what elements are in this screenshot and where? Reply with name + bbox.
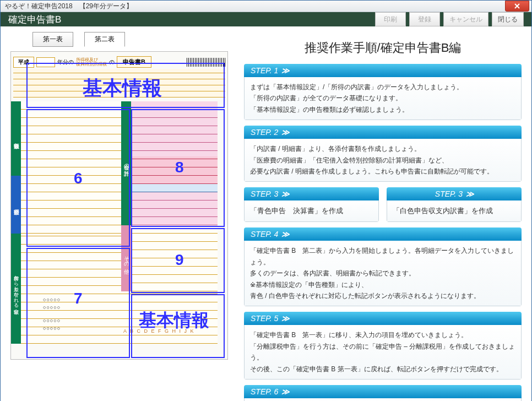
tab-sheet1[interactable]: 第一表	[32, 32, 73, 47]
step-2: STEP. 2 ≫ 「内訳書 / 明細書」より、各添付書類を作成しましょう。 「…	[244, 126, 522, 182]
register-button[interactable]: 登録	[409, 12, 440, 26]
overlay-9[interactable]	[131, 228, 225, 293]
close-icon	[514, 3, 520, 9]
step-3b-label: STEP. 3	[435, 189, 463, 198]
window-title: やるぞ！確定申告2018 【29年分データ】	[5, 2, 133, 11]
close-button[interactable]: 閉じる	[492, 12, 524, 26]
step-3b-body: 「白色申告収支内訳書」を作成	[387, 201, 522, 222]
left-pane: 第一表 第二表 平成 年分の 所得税及び 復興特別所得税 の 申告書B	[10, 32, 231, 401]
app-window: やるぞ！確定申告2018 【29年分データ】 確定申告書B 印刷 登録 キャンセ…	[0, 0, 532, 401]
tabs: 第一表 第二表	[10, 32, 231, 47]
step-6-body: 後は残った項目を埋めて印刷すれば完成！	[244, 398, 522, 401]
right-pane: 推奨作業手順/確定申告書B編 STEP. 1 ≫ まずは「基本情報設定」/「所得…	[244, 32, 522, 401]
chevron-icon: ≫	[466, 189, 473, 198]
titlebar: やるぞ！確定申告2018 【29年分データ】	[1, 1, 531, 12]
cancel-button[interactable]: キャンセル	[443, 12, 488, 26]
chevron-icon: ≫	[281, 189, 289, 198]
print-button[interactable]: 印刷	[375, 12, 406, 26]
step-1-label: STEP. 1	[251, 66, 278, 75]
chevron-icon: ≫	[281, 66, 289, 75]
header-bar: 確定申告書B 印刷 登録 キャンセル 閉じる	[1, 12, 531, 26]
step-4-label: STEP. 4	[251, 230, 278, 239]
step-4-header[interactable]: STEP. 4 ≫	[244, 227, 522, 241]
step-5-label: STEP. 5	[251, 314, 278, 323]
step-2-header[interactable]: STEP. 2 ≫	[244, 126, 522, 139]
step-1-body: まずは「基本情報設定」/「所得の内訳書」のデータを入力しましょう。 「所得の内訳…	[244, 77, 522, 120]
step-2-label: STEP. 2	[251, 128, 278, 137]
step-6-header[interactable]: STEP. 6 ≫	[244, 385, 522, 398]
step-3a-body: 「青色申告 決算書」を作成	[244, 201, 379, 222]
step-1: STEP. 1 ≫ まずは「基本情報設定」/「所得の内訳書」のデータを入力しまし…	[244, 64, 522, 120]
vlabel-income: 収入金額等	[11, 101, 21, 176]
step-5: STEP. 5 ≫ 「確定申告書 B 第一表」に移り、未入力の項目を埋めていきま…	[244, 312, 522, 380]
chevron-icon: ≫	[281, 314, 289, 323]
step-6: STEP. 6 ≫ 後は残った項目を埋めて印刷すれば完成！	[244, 385, 522, 401]
overlay-7[interactable]	[26, 248, 130, 358]
step-6-label: STEP. 6	[251, 387, 278, 396]
step-4-body: 「確定申告書 B 第二表」から入力を開始しましょう。各明細データを入力していきま…	[244, 241, 522, 306]
overlay-8[interactable]	[131, 109, 225, 227]
step-3-row: STEP. 3 ≫ 「青色申告 決算書」を作成 STEP. 3 ≫ 「白色申告収…	[244, 187, 522, 227]
overlay-basic-bottom[interactable]	[131, 294, 225, 358]
step-5-body: 「確定申告書 B 第一表」に移り、未入力の項目を埋めていきましょう。 「分離課税…	[244, 325, 522, 380]
titlebar-buttons	[505, 1, 531, 12]
step-3b-header[interactable]: STEP. 3 ≫	[387, 187, 522, 201]
page-title: 確定申告書B	[8, 13, 61, 26]
workflow-title: 推奨作業手順/確定申告書B編	[244, 40, 522, 56]
step-3b: STEP. 3 ≫ 「白色申告収支内訳書」を作成	[387, 187, 522, 222]
step-3a: STEP. 3 ≫ 「青色申告 決算書」を作成	[244, 187, 379, 222]
content-area: 第一表 第二表 平成 年分の 所得税及び 復興特別所得税 の 申告書B	[1, 26, 531, 401]
tab-sheet2[interactable]: 第二表	[84, 32, 125, 47]
step-1-header[interactable]: STEP. 1 ≫	[244, 64, 522, 77]
step-5-header[interactable]: STEP. 5 ≫	[244, 312, 522, 325]
overlay-basic-top[interactable]	[26, 63, 225, 108]
chevron-icon: ≫	[281, 128, 289, 137]
vlabel-deduct: 所得から差し引かれる金額	[11, 234, 21, 344]
step-3a-label: STEP. 3	[251, 189, 278, 198]
chevron-icon: ≫	[281, 387, 289, 396]
overlay-6[interactable]	[26, 109, 130, 247]
step-4: STEP. 4 ≫ 「確定申告書 B 第二表」から入力を開始しましょう。各明細デ…	[244, 227, 522, 306]
step-2-body: 「内訳書 / 明細書」より、各添付書類を作成しましょう。 「医療費の明細書」「住…	[244, 139, 522, 182]
chevron-icon: ≫	[281, 230, 289, 239]
form-preview[interactable]: 平成 年分の 所得税及び 復興特別所得税 の 申告書B 収入金額等	[10, 51, 228, 360]
window-close-button[interactable]	[505, 1, 529, 12]
header-buttons: 印刷 登録 キャンセル 閉じる	[375, 12, 524, 26]
step-3a-header[interactable]: STEP. 3 ≫	[244, 187, 379, 201]
vlabel-shotoku: 所得金額	[11, 176, 21, 234]
